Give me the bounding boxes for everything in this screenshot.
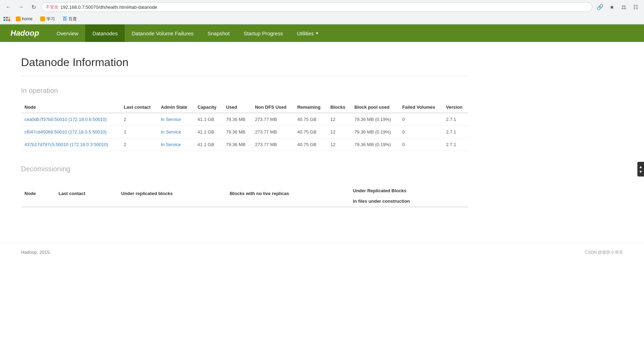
cell-node: cf047cd45068:50010 (172.18.0.5:50010) — [21, 126, 120, 138]
security-warning: 不安全 — [46, 4, 58, 10]
nav-utilities-label: Utilities — [297, 30, 314, 36]
col-remaining: Remaining — [294, 102, 327, 113]
cell-used: 79.36 MB — [223, 138, 252, 151]
in-operation-table-head: Node Last contact Admin State Capacity U… — [21, 102, 468, 113]
cell-block-pool-used: 79.36 MB (0.19%) — [351, 113, 399, 126]
cell-last-contact: 2 — [120, 113, 157, 126]
bookmark-home[interactable]: home — [14, 16, 35, 22]
cell-blocks: 12 — [327, 113, 351, 126]
url-text: 192.168.0.7:50070/dfshealth.html#tab-dat… — [60, 5, 157, 10]
cell-node: cea0db7f37b0:50010 (172.18.0.6:50010) — [21, 113, 120, 126]
nav-snapshot[interactable]: Snapshot — [201, 24, 237, 42]
cell-failed-volumes: 0 — [399, 138, 442, 151]
in-operation-table: Node Last contact Admin State Capacity U… — [21, 102, 468, 151]
cell-last-contact: 2 — [120, 138, 157, 151]
cell-used: 79.36 MB — [223, 113, 252, 126]
cell-blocks: 12 — [327, 126, 351, 138]
cell-remaining: 40.75 GB — [294, 126, 327, 138]
menu-button[interactable]: ☷ — [631, 2, 641, 12]
footer: Hadoop, 2015. CSDN @谁辞小哥哥 — [0, 242, 644, 262]
in-operation-table-body: cea0db7f37b0:50010 (172.18.0.6:50010) 2 … — [21, 113, 468, 151]
share-button[interactable]: 🔗 — [595, 2, 605, 12]
cell-used: 79.36 MB — [223, 126, 252, 138]
col-failed-volumes: Failed Volumes — [399, 102, 442, 113]
scroll-widget[interactable]: ▲ ▼ — [637, 162, 644, 177]
navbar: Hadoop Overview Datanodes Datanode Volum… — [0, 24, 644, 42]
nav-utilities[interactable]: Utilities ▼ — [290, 24, 326, 42]
back-button[interactable]: ← — [3, 2, 13, 12]
decom-col-last-contact: Last contact — [55, 180, 117, 207]
col-last-contact: Last contact — [120, 102, 157, 113]
bookmark-study[interactable]: 学习 — [38, 15, 57, 23]
col-used: Used — [223, 102, 252, 113]
cell-node: 437b17d797c5:50010 (172.18.0.3:50010) — [21, 138, 120, 151]
scroll-down-icon: ▼ — [639, 170, 643, 174]
col-capacity: Capacity — [194, 102, 222, 113]
reload-button[interactable]: ↻ — [29, 2, 38, 12]
col-blocks: Blocks — [327, 102, 351, 113]
cell-last-contact: 1 — [120, 126, 157, 138]
table-row: cea0db7f37b0:50010 (172.18.0.6:50010) 2 … — [21, 113, 468, 126]
cell-non-dfs-used: 273.77 MB — [252, 138, 294, 151]
footer-attribution: CSDN @谁辞小哥哥 — [585, 250, 623, 256]
cell-capacity: 41.1 GB — [194, 138, 222, 151]
cell-block-pool-used: 79.36 MB (0.19%) — [351, 126, 399, 138]
cell-capacity: 41.1 GB — [194, 113, 222, 126]
forward-button[interactable]: → — [16, 2, 26, 12]
bookmark-baidu-icon: 百 — [63, 16, 67, 22]
cell-admin-state: In Service — [157, 138, 194, 151]
nav-startup-progress[interactable]: Startup Progress — [237, 24, 290, 42]
main-content: Datanode Information In operation Node L… — [0, 42, 489, 235]
bookmark-baidu-label: 百度 — [68, 16, 77, 22]
nav-datanode-volume-failures[interactable]: Datanode Volume Failures — [125, 24, 201, 42]
col-version: Version — [442, 102, 468, 113]
cell-admin-state: In Service — [157, 126, 194, 138]
cell-remaining: 40.75 GB — [294, 113, 327, 126]
bookmark-study-label: 学习 — [46, 16, 55, 22]
footer-text: Hadoop, 2015. — [21, 250, 51, 255]
extensions-button[interactable]: ⚖ — [619, 2, 629, 12]
in-operation-header-row: Node Last contact Admin State Capacity U… — [21, 102, 468, 113]
bookmarks-bar: home 学习 百 百度 — [0, 14, 644, 24]
decomissioning-header-row: Node Last contact Under replicated block… — [21, 180, 468, 207]
cell-blocks: 12 — [327, 138, 351, 151]
nav-datanodes[interactable]: Datanodes — [85, 24, 125, 42]
decom-col-under-replicated: Under replicated blocks — [118, 180, 226, 207]
decomissioning-table-head: Node Last contact Under replicated block… — [21, 180, 468, 207]
browser-actions: 🔗 ★ ⚖ ☷ — [595, 2, 641, 12]
cell-version: 2.7.1 — [442, 138, 468, 151]
address-bar[interactable]: 不安全 192.168.0.7:50070/dfshealth.html#tab… — [41, 2, 592, 12]
browser-toolbar: ← → ↻ 不安全 192.168.0.7:50070/dfshealth.ht… — [0, 0, 644, 14]
decomissioning-title: Decomissioning — [21, 165, 468, 173]
col-non-dfs-used: Non DFS Used — [252, 102, 294, 113]
apps-grid-icon[interactable] — [3, 17, 10, 21]
bookmark-baidu[interactable]: 百 百度 — [60, 15, 79, 23]
decom-col-no-live-replicas: Blocks with no live replicas — [226, 180, 349, 207]
cell-version: 2.7.1 — [442, 126, 468, 138]
page-title: Datanode Information — [21, 56, 468, 69]
title-divider — [21, 76, 468, 76]
cell-capacity: 41.1 GB — [194, 126, 222, 138]
decom-col-node: Node — [21, 180, 55, 207]
table-row: cf047cd45068:50010 (172.18.0.5:50010) 1 … — [21, 126, 468, 138]
bookmark-home-icon — [16, 16, 21, 21]
bookmark-home-label: home — [22, 16, 32, 21]
navbar-brand[interactable]: Hadoop — [0, 29, 50, 38]
cell-admin-state: In Service — [157, 113, 194, 126]
browser-chrome: ← → ↻ 不安全 192.168.0.7:50070/dfshealth.ht… — [0, 0, 644, 24]
cell-non-dfs-used: 273.77 MB — [252, 126, 294, 138]
cell-failed-volumes: 0 — [399, 113, 442, 126]
cell-version: 2.7.1 — [442, 113, 468, 126]
navbar-menu: Overview Datanodes Datanode Volume Failu… — [50, 24, 326, 42]
table-row: 437b17d797c5:50010 (172.18.0.3:50010) 2 … — [21, 138, 468, 151]
cell-remaining: 40.75 GB — [294, 138, 327, 151]
nav-overview[interactable]: Overview — [50, 24, 86, 42]
in-operation-title: In operation — [21, 87, 468, 95]
col-node: Node — [21, 102, 120, 113]
col-admin-state: Admin State — [157, 102, 194, 113]
bookmark-study-icon — [40, 16, 45, 21]
cell-failed-volumes: 0 — [399, 126, 442, 138]
chevron-down-icon: ▼ — [315, 31, 319, 35]
col-block-pool-used: Block pool used — [351, 102, 399, 113]
bookmark-button[interactable]: ★ — [607, 2, 617, 12]
